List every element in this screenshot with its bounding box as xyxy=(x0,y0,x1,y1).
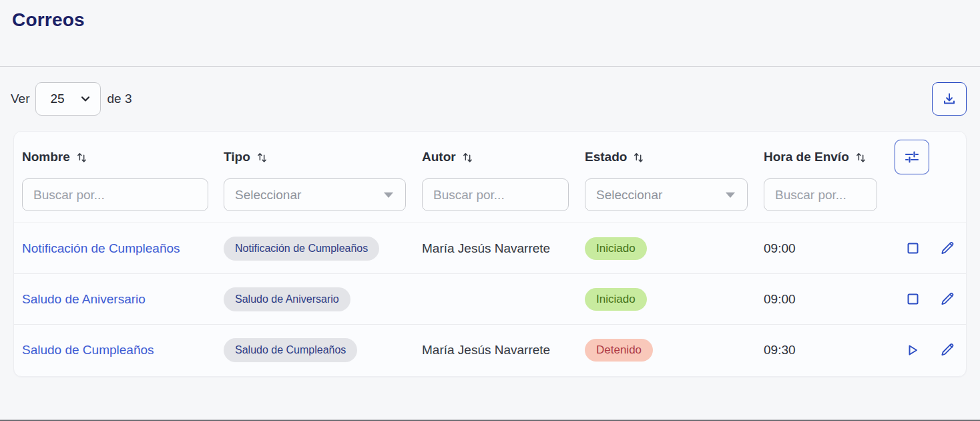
total-count-label: de 3 xyxy=(107,92,132,106)
pencil-icon xyxy=(941,343,955,357)
table-row: Saludo de Aniversario Saludo de Aniversa… xyxy=(14,273,966,324)
page-size-value: 25 xyxy=(51,92,65,106)
download-icon xyxy=(941,91,957,107)
column-header-nombre[interactable]: Nombre xyxy=(14,150,224,164)
pencil-icon xyxy=(941,241,955,255)
author-text: María Jesús Navarrete xyxy=(422,241,550,255)
page-size-select[interactable]: 25 xyxy=(35,82,101,116)
select-value: Seleccionar xyxy=(235,188,301,202)
edit-button[interactable] xyxy=(940,343,955,358)
author-text: María Jesús Navarrete xyxy=(422,343,550,357)
table-header-row: Nombre Tipo Autor Estado Hora de Envío xyxy=(14,132,966,178)
column-header-estado[interactable]: Estado xyxy=(585,150,764,164)
page-size-prefix-label: Ver xyxy=(11,92,30,106)
toolbar: Ver 25 de 3 xyxy=(0,67,980,131)
column-settings-button[interactable] xyxy=(895,140,929,174)
filter-select-tipo[interactable]: Seleccionar xyxy=(224,178,406,211)
filter-input-nombre[interactable] xyxy=(22,178,208,211)
edit-button[interactable] xyxy=(940,241,955,256)
row-actions xyxy=(893,292,966,307)
column-label: Tipo xyxy=(224,150,250,164)
filter-input-hora[interactable] xyxy=(764,178,877,211)
stop-button[interactable] xyxy=(905,241,920,256)
select-value: Seleccionar xyxy=(596,188,662,202)
filter-select-estado[interactable]: Seleccionar xyxy=(585,178,748,211)
email-name-link[interactable]: Notificación de Cumpleaños xyxy=(22,241,180,255)
column-label: Autor xyxy=(422,150,456,164)
filter-input-autor[interactable] xyxy=(422,178,569,211)
pencil-icon xyxy=(941,292,955,306)
edit-button[interactable] xyxy=(940,292,955,307)
stop-icon xyxy=(907,243,919,254)
play-icon xyxy=(907,344,919,356)
sort-icon[interactable] xyxy=(462,151,473,163)
column-header-autor[interactable]: Autor xyxy=(422,150,585,164)
send-time-text: 09:00 xyxy=(764,292,796,306)
email-name-link[interactable]: Saludo de Aniversario xyxy=(22,292,146,306)
status-badge: Iniciado xyxy=(585,288,647,311)
download-button[interactable] xyxy=(932,82,967,116)
column-label: Hora de Envío xyxy=(764,150,849,164)
page-title: Correos xyxy=(12,9,980,31)
caret-down-icon xyxy=(384,192,393,198)
table-row: Saludo de Cumpleaños Saludo de Cumpleaño… xyxy=(14,324,966,375)
sliders-icon xyxy=(903,148,921,166)
send-time-text: 09:30 xyxy=(764,343,796,357)
type-badge: Notificación de Cumpleaños xyxy=(224,237,379,261)
stop-icon xyxy=(907,293,919,305)
type-badge: Saludo de Cumpleaños xyxy=(224,338,357,362)
emails-table-card: Nombre Tipo Autor Estado Hora de Envío xyxy=(13,131,967,377)
caret-down-icon xyxy=(726,192,735,198)
status-badge: Detenido xyxy=(585,339,653,362)
table-row: Notificación de Cumpleaños Notificación … xyxy=(14,223,966,273)
sort-icon[interactable] xyxy=(76,151,87,163)
status-badge: Iniciado xyxy=(585,237,647,260)
send-time-text: 09:00 xyxy=(764,241,796,255)
sort-icon[interactable] xyxy=(256,151,268,163)
sort-icon[interactable] xyxy=(633,151,644,163)
stop-button[interactable] xyxy=(905,292,920,307)
column-header-tipo[interactable]: Tipo xyxy=(224,150,422,164)
column-label: Estado xyxy=(585,150,627,164)
email-name-link[interactable]: Saludo de Cumpleaños xyxy=(22,343,154,357)
column-header-hora-de-envio[interactable]: Hora de Envío xyxy=(764,150,893,164)
row-actions xyxy=(893,241,966,256)
play-button[interactable] xyxy=(905,343,920,358)
page-header: Correos xyxy=(0,0,980,67)
row-actions xyxy=(893,343,966,358)
table-filter-row: Seleccionar Seleccionar xyxy=(14,178,966,223)
sort-icon[interactable] xyxy=(855,151,867,163)
column-settings-wrap xyxy=(893,140,966,174)
type-badge: Saludo de Aniversario xyxy=(224,287,350,311)
column-label: Nombre xyxy=(22,150,70,164)
chevron-down-icon xyxy=(80,94,91,104)
